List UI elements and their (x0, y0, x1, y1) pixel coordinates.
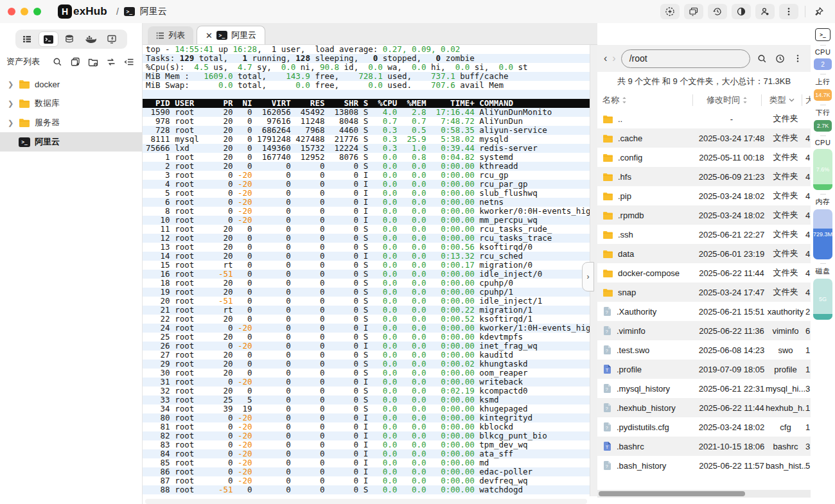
column-type[interactable]: 类型 (761, 94, 802, 106)
mode-remote-screen[interactable] (102, 31, 122, 47)
file-row-snap[interactable]: snap2025-03-24 17:47文件夹4 (597, 282, 811, 302)
theme-toggle-button[interactable] (732, 4, 751, 19)
file-type: 文件夹 (766, 248, 805, 259)
file-row-docker-compose[interactable]: docker-compose2025-06-22 11:44文件夹4 (597, 263, 811, 282)
unknown-file-icon: ? (602, 306, 612, 317)
terminal-output[interactable]: top - 14:55:41 up 16:28, 1 user, load av… (143, 45, 590, 496)
back-button[interactable]: ‹ (604, 53, 607, 64)
chevron-right-icon[interactable]: ❯ (8, 119, 14, 127)
mode-database[interactable] (60, 31, 80, 47)
file-row-..[interactable]: ..-文件夹 (597, 109, 811, 128)
search-button[interactable] (51, 55, 64, 68)
close-window-button[interactable] (8, 8, 15, 15)
console-toggle-button[interactable]: >_ (815, 28, 831, 41)
file-horizontal-scrollbar[interactable] (597, 490, 811, 498)
minimize-window-button[interactable] (21, 8, 28, 15)
file-row-data[interactable]: data2025-06-01 23:19文件夹4 (597, 244, 811, 263)
file-row-.profile[interactable]: T.profile2019-07-09 18:05profile1 (597, 360, 811, 379)
file-row-.mysql_history[interactable]: ?.mysql_history2025-06-21 22:31mysql_hi.… (597, 379, 811, 398)
file-row-.bash_history[interactable]: ?.bash_history2025-06-22 11:57bash_hist.… (597, 456, 811, 475)
divider (820, 194, 826, 195)
svg-text:?: ? (606, 329, 608, 334)
folder-view-button[interactable] (87, 55, 100, 68)
file-size: 4 (805, 153, 811, 162)
process-row: 34 root 39 19 0 0 0 S 0.0 0.0 0:00.00 kh… (143, 404, 590, 413)
file-row-.Xauthority[interactable]: ?.Xauthority2025-06-21 15:51xauthority2 (597, 302, 811, 321)
terminal-horizontal-scrollbar[interactable] (145, 499, 587, 504)
process-row: 26 root 0 -20 0 0 0 I 0.0 0.0 0:00.00 in… (143, 342, 590, 351)
process-row: 84 root 0 -20 0 0 0 I 0.0 0.0 0:00.00 at… (143, 449, 590, 458)
file-row-.config[interactable]: .config2025-05-11 00:18文件夹4 (597, 148, 811, 167)
column-name[interactable]: 名称 (597, 94, 692, 106)
file-row-.ssh[interactable]: .ssh2025-06-21 22:27文件夹4 (597, 225, 811, 244)
terminal-line: MiB Mem : 1609.0 total, 143.9 free, 728.… (143, 72, 590, 81)
mode-docker[interactable] (81, 31, 101, 47)
sort-icon[interactable] (622, 96, 627, 104)
displays-button[interactable] (684, 4, 703, 19)
cpu-usage-gauge: 7.6% (813, 149, 832, 190)
mode-assets-list[interactable] (17, 31, 37, 47)
file-mtime: 2019-07-09 18:05 (698, 365, 766, 374)
scrollbar-thumb[interactable] (599, 491, 745, 496)
history-button[interactable] (708, 4, 727, 19)
file-search-button[interactable] (755, 52, 768, 65)
svg-text:T: T (606, 444, 609, 450)
transfer-link-button[interactable] (105, 55, 118, 68)
file-row-.bashrc[interactable]: T.bashrc2021-10-15 18:06bashrc3 (597, 437, 811, 456)
file-size: 6 (805, 326, 811, 336)
file-row-.cache[interactable]: .cache2025-03-24 17:48文件夹4 (597, 128, 811, 148)
file-name: docker-compose (602, 268, 698, 278)
file-type: viminfo (766, 326, 805, 336)
forward-button[interactable]: › (612, 53, 615, 64)
svg-text:?: ? (606, 406, 608, 411)
mode-terminal[interactable] (39, 31, 58, 47)
pin-button[interactable] (812, 4, 826, 19)
file-row-.rpmdb[interactable]: .rpmdb2025-03-24 18:02文件夹4 (597, 205, 811, 225)
file-name: .ssh (602, 230, 698, 239)
tree-item-数据库[interactable]: ❯数据库 (0, 94, 142, 113)
file-history-button[interactable] (773, 52, 786, 65)
tab-list[interactable]: 列表 (148, 26, 193, 44)
panel-expander-handle[interactable]: › (582, 262, 594, 291)
tab-aliyun-label: 阿里云 (231, 30, 256, 41)
path-input[interactable]: /root (621, 49, 750, 68)
file-row-.pydistutils.cfg[interactable]: ?.pydistutils.cfg2025-03-24 18:02cfg1 (597, 417, 811, 437)
file-row-.test.swo[interactable]: ?.test.swo2025-06-08 14:23swo1 (597, 340, 811, 360)
tree-item-服务器[interactable]: ❯服务器 (0, 113, 142, 132)
process-row: 16 root -51 0 0 0 0 S 0.0 0.0 0:00.00 id… (143, 270, 590, 279)
tab-aliyun[interactable]: ✕ >_ 阿里云 (197, 26, 265, 44)
zoom-window-button[interactable] (33, 8, 41, 15)
file-row-.pip[interactable]: .pip2025-03-24 18:02文件夹4 (597, 186, 811, 205)
column-mtime[interactable]: 修改时间 (692, 94, 761, 106)
tree-item-阿里云[interactable]: >_阿里云 (0, 132, 142, 152)
divider (820, 135, 826, 136)
file-row-.hfs[interactable]: .hfs2025-06-09 21:23文件夹4 (597, 167, 811, 186)
process-row: 18 root 20 0 0 0 0 S 0.0 0.0 0:00.00 cpu… (143, 279, 590, 288)
file-name: T.profile (602, 364, 698, 374)
file-type: 文件夹 (766, 286, 805, 298)
terminal-line: %Cpu(s): 4.5 us, 4.7 sy, 0.0 ni, 90.8 id… (143, 63, 590, 72)
tab-close-icon[interactable]: ✕ (206, 31, 213, 40)
file-name: .rpmdb (602, 211, 698, 220)
file-more-button[interactable] (791, 52, 804, 65)
file-name: ?.bash_history (602, 460, 698, 471)
memory-gauge: 729.3M (813, 209, 832, 259)
process-row: 80 root 0 -20 0 0 0 I 0.0 0.0 0:00.00 ki… (143, 413, 590, 422)
sort-icon[interactable] (743, 96, 748, 104)
add-circle-button[interactable] (660, 4, 680, 19)
chevron-right-icon[interactable]: ❯ (8, 100, 14, 108)
collapse-menu-button[interactable] (123, 55, 136, 68)
process-row: 3 root 0 -20 0 0 0 I 0.0 0.0 0:00.00 rcu… (143, 171, 590, 180)
tree-item-docker[interactable]: ❯docker (0, 74, 142, 94)
more-button[interactable] (779, 4, 798, 19)
file-name: ?.test.swo (602, 345, 698, 355)
duplicate-add-icon (71, 57, 80, 67)
duplicate-add-button[interactable] (69, 55, 82, 68)
file-row-.hexhub_history[interactable]: ?.hexhub_history2025-06-22 11:44hexhub_h… (597, 398, 811, 417)
user-button[interactable] (755, 4, 775, 19)
file-row-.viminfo[interactable]: ?.viminfo2025-06-22 11:36viminfo6 (597, 321, 811, 340)
file-type: xauthority (766, 307, 805, 317)
window-controls[interactable] (8, 8, 46, 15)
chevron-right-icon[interactable]: ❯ (8, 80, 14, 89)
breadcrumb-separator: / (116, 6, 119, 17)
